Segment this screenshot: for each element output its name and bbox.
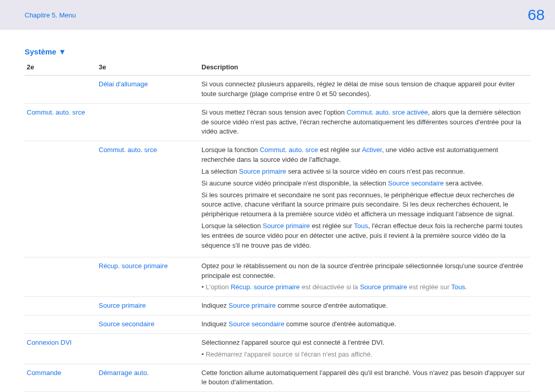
- menu-item-link: Récup. source primaire: [99, 262, 168, 270]
- table-row: Commut. auto. srce Si vous mettez l'écra…: [25, 103, 530, 141]
- table-row: Récup. source primaire Optez pour le rét…: [25, 257, 530, 297]
- menu-item-link: Source secondaire: [99, 320, 154, 328]
- settings-table: 2e 3e Description Délai d'allumage Si vo…: [25, 60, 530, 392]
- table-row: Source primaire Indiquez Source primaire…: [25, 297, 530, 315]
- description-text: Cette fonction allume automatiquement l'…: [199, 364, 530, 392]
- table-row: Délai d'allumage Si vous connectez plusi…: [25, 76, 530, 104]
- breadcrumb: Chapitre 5. Menu: [25, 11, 76, 19]
- table-row: Connexion DVI Sélectionnez l'appareil so…: [25, 333, 530, 364]
- description-text: Optez pour le rétablissement ou non de l…: [199, 257, 530, 297]
- page-content: Système ▼ 2e 3e Description Délai d'allu…: [0, 30, 555, 392]
- description-text: Si vous mettez l'écran sous tension avec…: [199, 103, 530, 141]
- page-number: 68: [528, 6, 545, 24]
- col-header-2e: 2e: [25, 60, 97, 76]
- menu-item-link: Source primaire: [99, 302, 146, 309]
- description-text: Lorsque la fonction Commut. auto. srce e…: [199, 141, 530, 257]
- menu-item-link: Commut. auto. srce: [27, 108, 85, 116]
- menu-item-link: Délai d'allumage: [99, 80, 148, 88]
- table-row: Commande Démarrage auto. Cette fonction …: [25, 364, 530, 392]
- description-text: Indiquez Source secondaire comme source …: [199, 315, 530, 334]
- table-row: Commut. auto. srce Lorsque la fonction C…: [25, 141, 530, 257]
- section-title: Système ▼: [25, 47, 530, 56]
- menu-item-link: Connexion DVI: [27, 339, 71, 346]
- col-header-3e: 3e: [97, 60, 199, 76]
- bullet-item: Redémarrez l'appareil source si l'écran …: [201, 350, 527, 360]
- page-header: Chapitre 5. Menu 68: [0, 0, 555, 30]
- description-text: Si vous connectez plusieurs appareils, r…: [199, 76, 530, 104]
- col-header-description: Description: [199, 60, 530, 76]
- menu-item-link: Commande: [27, 369, 61, 377]
- menu-item-link: Démarrage auto.: [99, 369, 149, 377]
- bullet-item: L'option Récup. source primaire est désa…: [201, 283, 527, 292]
- menu-item-link: Commut. auto. srce: [99, 146, 157, 154]
- description-text: Indiquez Source primaire comme source d'…: [199, 297, 530, 315]
- description-text: Sélectionnez l'appareil source qui est c…: [199, 333, 530, 364]
- table-row: Source secondaire Indiquez Source second…: [25, 315, 530, 334]
